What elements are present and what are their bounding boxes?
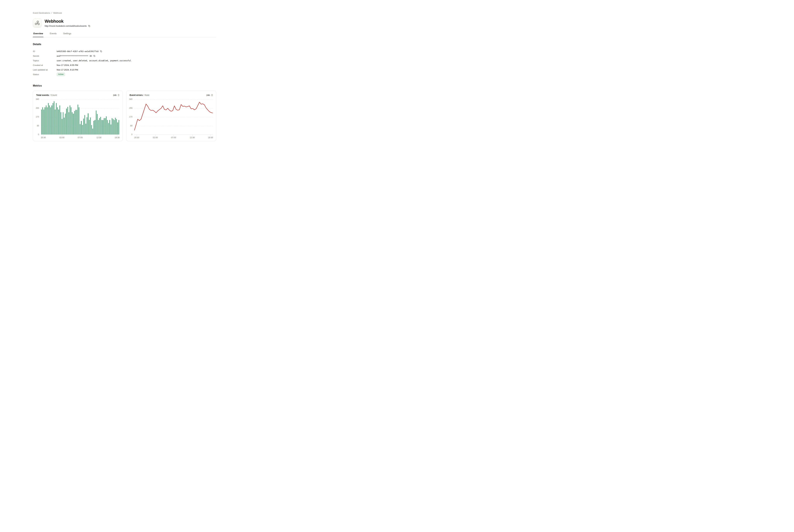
bar xyxy=(72,112,73,134)
x-axis-label: 20:30 xyxy=(134,136,139,139)
webhook-url-row: http://mock.hookdeck.com/webhooks/events xyxy=(45,25,90,27)
bar xyxy=(65,114,66,134)
bar xyxy=(57,107,58,134)
copy-secret-button[interactable] xyxy=(93,55,95,57)
bar xyxy=(59,106,60,134)
bar xyxy=(54,101,55,134)
webhook-id-value: b4925365-b8cf-42b7-a762-aa1a539177a5 xyxy=(57,50,99,53)
breadcrumb-link-event-destinations[interactable]: Event Destinations xyxy=(33,12,50,14)
metrics-heading: Metrics xyxy=(33,84,216,87)
bar xyxy=(81,121,82,134)
tab-events[interactable]: Events xyxy=(50,31,57,37)
tab-bar: Overview Events Settings xyxy=(33,31,216,37)
bar xyxy=(58,110,59,134)
bar xyxy=(71,107,72,134)
bar xyxy=(108,123,109,134)
bar xyxy=(96,111,97,134)
bar xyxy=(90,117,91,134)
reveal-secret-button[interactable] xyxy=(90,55,92,57)
detail-row-topics: Topics user.created, user.deleted, accou… xyxy=(33,58,216,63)
range-selector[interactable]: 24h xyxy=(113,94,119,96)
bar xyxy=(60,112,61,134)
x-axis-label: 07:00 xyxy=(171,136,176,139)
webhook-icon-box xyxy=(33,19,42,27)
copy-icon xyxy=(93,55,95,57)
y-axis-label: 340 xyxy=(36,98,39,100)
tab-settings[interactable]: Settings xyxy=(63,31,72,37)
metric-name: Event errors xyxy=(130,94,143,96)
x-axis-label: 07:00 xyxy=(78,136,82,139)
bar xyxy=(91,125,92,134)
bar xyxy=(64,118,64,134)
bar xyxy=(117,122,118,134)
bar xyxy=(114,120,115,134)
breadcrumb-current: Webhook xyxy=(53,12,62,14)
bar xyxy=(50,107,51,134)
bar xyxy=(70,106,70,134)
page: Event Destinations / Webhook Webhook htt… xyxy=(0,0,249,151)
bar-chart: 085170255340 xyxy=(33,97,122,134)
bar xyxy=(113,119,114,134)
bar xyxy=(76,110,77,134)
bar-chart-plot[interactable] xyxy=(41,99,119,134)
event-errors-card: Event errors / Rate 24h 085170255340 20:… xyxy=(126,91,216,141)
y-axis-label: 170 xyxy=(129,116,132,118)
bar xyxy=(47,107,48,134)
bar xyxy=(73,114,74,134)
metrics-section: Metrics Total events / Count 24h xyxy=(33,84,216,141)
breadcrumb-separator: / xyxy=(51,12,52,14)
bar xyxy=(87,117,87,134)
breadcrumb: Event Destinations / Webhook xyxy=(33,12,216,14)
chevron-up-down-icon xyxy=(211,94,213,96)
bar xyxy=(101,120,102,134)
bar xyxy=(100,117,101,134)
y-axis-label: 0 xyxy=(38,133,39,136)
bar xyxy=(107,120,108,134)
line-path xyxy=(134,102,213,130)
bar xyxy=(75,110,76,134)
x-axis-label: 19:30 xyxy=(115,136,119,139)
x-axis-label: 12:30 xyxy=(190,136,195,139)
bar xyxy=(67,107,68,134)
detail-row-id: ID b4925365-b8cf-42b7-a762-aa1a539177a5 xyxy=(33,49,216,54)
line-chart-plot[interactable] xyxy=(134,99,213,134)
bar xyxy=(111,125,111,134)
copy-icon xyxy=(100,50,102,52)
bar xyxy=(109,120,110,134)
webhook-icon xyxy=(35,20,40,26)
range-value: 24h xyxy=(206,94,210,96)
total-events-card: Total events / Count 24h 085170255340 20… xyxy=(33,91,123,141)
bar xyxy=(115,118,116,134)
created-at-value: Nov 17 2024, 8:05 PM xyxy=(57,64,78,66)
range-selector[interactable]: 24h xyxy=(206,94,213,96)
webhook-secret-value: asd************************ xyxy=(57,55,88,57)
bar xyxy=(99,118,100,134)
topics-value: user.created, user.deleted, account.disa… xyxy=(57,59,131,62)
copy-id-button[interactable] xyxy=(100,50,102,52)
x-axis-label: 12:30 xyxy=(96,136,101,139)
chevron-up-down-icon xyxy=(118,94,119,96)
bars xyxy=(41,99,119,134)
detail-label: Secret xyxy=(33,55,57,57)
tab-overview[interactable]: Overview xyxy=(33,31,43,37)
details-section: Details ID b4925365-b8cf-42b7-a762-aa1a5… xyxy=(33,43,216,77)
bar xyxy=(49,106,50,134)
page-title: Webhook xyxy=(45,19,90,24)
x-axis: 20:3002:0007:0012:3019:30 xyxy=(41,134,119,140)
detail-label: ID xyxy=(33,50,57,53)
bar xyxy=(105,118,106,134)
bar xyxy=(42,107,43,134)
bar xyxy=(92,129,93,134)
bar xyxy=(74,111,75,134)
bar xyxy=(83,119,84,134)
last-updated-value: Nov 17 2024, 9:10 PM xyxy=(57,69,78,71)
y-axis-label: 85 xyxy=(37,125,39,127)
bar xyxy=(56,103,57,134)
line-chart: 085170255340 xyxy=(127,97,216,134)
bar xyxy=(66,109,67,134)
y-axis-label: 255 xyxy=(36,107,39,109)
x-axis-label: 19:30 xyxy=(208,136,213,139)
card-title: Total events / Count xyxy=(36,94,57,96)
y-axis-label: 255 xyxy=(129,107,132,109)
copy-url-button[interactable] xyxy=(88,25,90,27)
